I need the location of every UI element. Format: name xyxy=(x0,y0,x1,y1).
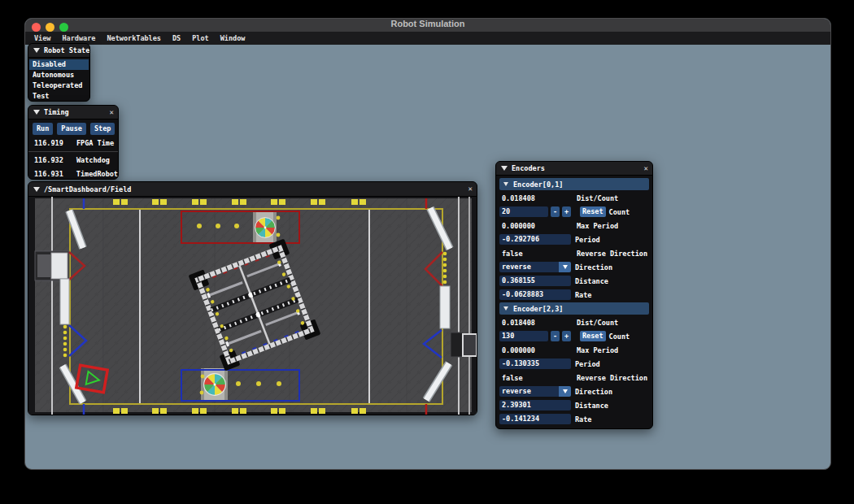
row-label: Period xyxy=(575,236,600,244)
menu-networktables[interactable]: NetworkTables xyxy=(101,32,167,45)
menu-bar: View Hardware NetworkTables DS Plot Wind… xyxy=(25,32,830,45)
reset-button[interactable]: Reset xyxy=(580,331,606,341)
separator xyxy=(28,151,118,152)
screenshot: Robot Simulation View Hardware NetworkTa… xyxy=(0,0,854,504)
field-titlebar[interactable]: /SmartDashboard/Field ✕ xyxy=(28,182,477,197)
macos-titlebar[interactable]: Robot Simulation xyxy=(25,19,830,32)
direction-value: reverse xyxy=(499,262,559,272)
row-label: Distance xyxy=(575,402,608,410)
row-label: Direction xyxy=(575,388,612,396)
collapse-icon xyxy=(503,306,508,311)
dist-count-value: 0.018408 xyxy=(499,194,577,202)
row-label: Count xyxy=(609,208,630,216)
collapse-icon[interactable] xyxy=(501,166,508,171)
reverse-direction-value: false xyxy=(499,374,577,382)
collapse-icon xyxy=(503,182,508,186)
menu-plot[interactable]: Plot xyxy=(186,32,214,45)
row-label: Count xyxy=(609,332,630,341)
direction-value: reverse xyxy=(499,386,559,397)
collapse-icon[interactable] xyxy=(33,187,40,192)
field-title: /SmartDashboard/Field xyxy=(44,185,131,193)
dropdown-arrow-icon[interactable] xyxy=(559,386,571,397)
encoders-titlebar[interactable]: Encoders ✕ xyxy=(496,162,652,176)
robot-state-title: Robot State xyxy=(44,46,89,54)
row-label: Period xyxy=(575,360,600,368)
timing-window: Timing ✕ Run Pause Step 116.919 FPGA Tim… xyxy=(28,105,119,180)
encoders-window: Encoders ✕ Encoder[0,1] 0.018408 Dist/Co… xyxy=(495,161,653,429)
timing-titlebar[interactable]: Timing ✕ xyxy=(28,106,118,119)
window-title: Robot Simulation xyxy=(25,19,830,32)
count-increment-button[interactable]: + xyxy=(562,331,571,341)
row-label: Reverse Direction xyxy=(577,250,647,258)
count-input[interactable]: 20 xyxy=(499,206,548,217)
robot-state-option-autonomous[interactable]: Autonomous xyxy=(29,70,89,80)
field-window: /SmartDashboard/Field ✕ xyxy=(28,181,477,415)
robot-state-option-teleoperated[interactable]: Teleoperated xyxy=(29,80,89,91)
dropdown-arrow-icon[interactable] xyxy=(559,262,571,272)
pause-button[interactable]: Pause xyxy=(57,123,86,135)
count-input[interactable]: 130 xyxy=(499,331,548,341)
direction-dropdown[interactable]: reverse xyxy=(499,262,571,272)
count-increment-button[interactable]: + xyxy=(562,206,571,217)
app-window: Robot Simulation View Hardware NetworkTa… xyxy=(24,18,831,470)
reverse-direction-value: false xyxy=(499,250,577,258)
row-label: Distance xyxy=(575,277,608,285)
distance-input[interactable]: 0.368155 xyxy=(499,276,571,286)
menu-window[interactable]: Window xyxy=(215,32,251,45)
close-icon[interactable]: ✕ xyxy=(110,106,114,119)
period-input[interactable]: -0.130335 xyxy=(499,358,571,369)
rate-input[interactable]: -0.141234 xyxy=(499,414,571,424)
max-period-value: 0.000000 xyxy=(499,222,577,230)
timedrobot-label: TimedRobot xyxy=(76,168,118,180)
row-label: Max Period xyxy=(577,346,618,354)
reset-button[interactable]: Reset xyxy=(580,206,606,217)
row-label: Dist/Count xyxy=(577,319,618,327)
row-label: Rate xyxy=(575,415,591,424)
fpga-time-label: FPGA Time xyxy=(76,137,114,149)
fpga-time-value: 116.919 xyxy=(34,137,76,149)
collapse-icon[interactable] xyxy=(33,48,40,53)
encoders-title: Encoders xyxy=(512,164,545,172)
run-button[interactable]: Run xyxy=(33,123,53,135)
row-label: Direction xyxy=(575,263,612,272)
encoder01-title: Encoder[0,1] xyxy=(513,180,563,189)
count-decrement-button[interactable]: - xyxy=(551,206,560,217)
close-icon[interactable]: ✕ xyxy=(468,182,473,196)
distance-input[interactable]: 2.39301 xyxy=(499,400,571,411)
direction-dropdown[interactable]: reverse xyxy=(499,386,571,397)
robot-state-window: Robot State Disabled Autonomous Teleoper… xyxy=(28,43,90,102)
period-input[interactable]: -0.292706 xyxy=(499,234,571,245)
watchdog-value: 116.932 xyxy=(34,154,76,166)
robot-state-option-disabled[interactable]: Disabled xyxy=(29,59,89,70)
dist-count-value: 0.018408 xyxy=(499,319,577,327)
row-label: Rate xyxy=(575,291,591,299)
menu-ds[interactable]: DS xyxy=(167,32,186,45)
rate-input[interactable]: -0.0628883 xyxy=(499,289,571,300)
close-icon[interactable]: ✕ xyxy=(644,162,648,175)
watchdog-label: Watchdog xyxy=(76,154,110,166)
row-label: Reverse Direction xyxy=(577,374,647,382)
count-decrement-button[interactable]: - xyxy=(551,331,560,341)
row-label: Max Period xyxy=(577,222,618,230)
timedrobot-value: 116.931 xyxy=(34,168,76,180)
field-canvas xyxy=(28,197,477,415)
max-period-value: 0.000000 xyxy=(499,346,577,354)
encoder23-header[interactable]: Encoder[2,3] xyxy=(499,302,649,315)
robot-state-option-test[interactable]: Test xyxy=(29,91,89,102)
encoder23-title: Encoder[2,3] xyxy=(513,305,563,313)
encoder01-header[interactable]: Encoder[0,1] xyxy=(499,178,649,190)
collapse-icon[interactable] xyxy=(33,110,40,115)
row-label: Dist/Count xyxy=(577,194,618,202)
step-button[interactable]: Step xyxy=(90,123,115,135)
robot-state-titlebar[interactable]: Robot State xyxy=(28,44,89,58)
timing-title: Timing xyxy=(44,108,69,116)
